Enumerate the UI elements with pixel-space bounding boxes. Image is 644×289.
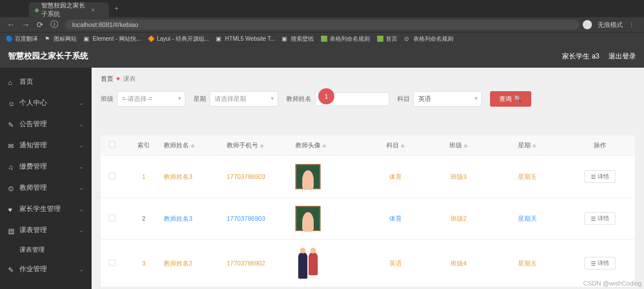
logout-link[interactable]: 退出登录 [609,52,636,61]
chevron-down-icon: ⌄ [79,206,84,212]
detail-button[interactable]: ☰ 详情 [584,170,615,183]
forward-icon[interactable]: → [18,20,33,29]
cell-index: 3 [124,260,164,267]
filter-teacher-label: 教师姓名 [286,95,311,103]
info-icon[interactable]: ⓘ [47,19,62,30]
th-avatar: 教师头像◆ [295,141,364,150]
bookmark-item[interactable]: 🔵百度翻译 [6,35,38,43]
menu-icon: ⌂ [8,79,15,85]
filter-week-select[interactable]: 请选择星期 [210,91,278,107]
th-class: 班级◆ [427,141,490,150]
cell-avatar [295,164,364,189]
bookmark-item[interactable]: 🔶Layui - 经典开源组... [148,35,209,43]
bookmark-icon: 🟩 [377,36,384,42]
select-all-checkbox[interactable] [109,141,116,148]
cell-week: 星期五 [490,259,564,268]
cell-class: 班级4 [427,259,490,268]
bookmark-icon: ⊙ [404,36,411,42]
sidebar-item[interactable]: ♥家长学生管理⌄ [0,198,92,220]
detail-button[interactable]: ☰ 详情 [584,212,615,225]
menu-icon: ☺ [8,100,15,107]
reload-icon[interactable]: ⟳ [33,20,47,29]
new-tab-button[interactable]: + [110,2,123,17]
breadcrumb: 首页 ♥ 课表 [101,75,635,83]
menu-icon: ▤ [8,227,15,234]
back-icon[interactable]: ← [3,20,18,29]
sidebar-subitem[interactable]: 课表管理 [0,241,92,259]
profile-avatar[interactable] [583,20,592,29]
filter-bar: 班级 =-请选择-= 星期 请选择星期 教师姓名 科目 英语 查询 🔍 [101,91,635,107]
cell-operation: ☰ 详情 [564,257,635,270]
table-row: 3 教师姓名2 17703786902 英语 班级4 星期五 ☰ 详情 [101,240,635,287]
bookmark-item[interactable]: 🟩首页 [377,35,397,43]
teacher-avatar [295,164,321,189]
cell-avatar [295,206,364,231]
sidebar-item[interactable]: ⊙教师管理⌄ [0,177,92,198]
th-teacher-name: 教师姓名◆ [164,141,227,150]
cell-avatar [295,248,364,279]
filter-subject-select[interactable]: 英语 [413,91,482,107]
row-checkbox[interactable] [109,173,116,179]
row-checkbox[interactable] [109,214,116,221]
sidebar-item[interactable]: ✎作业管理⌄ [0,259,92,280]
sidebar-item[interactable]: ⌂首页 [0,71,92,92]
cell-phone: 17703786903 [227,215,295,222]
cell-week: 星期五 [490,173,564,181]
sidebar-item[interactable]: ☺个人中心⌄ [0,92,92,114]
data-table: 索引 教师姓名◆ 教师手机号◆ 教师头像◆ 科目◆ 班级◆ 星期◆ 操作 1 教… [101,135,635,287]
teacher-avatar [295,248,321,279]
teacher-avatar [295,206,321,231]
th-index: 索引 [124,141,164,150]
browser-tab-active[interactable]: ◆ 智慧校园之家长子系统 × [29,2,109,17]
chevron-down-icon: ⌄ [79,185,84,191]
sidebar-item[interactable]: ▤课表管理⌄ [0,220,92,241]
url-input[interactable]: localhost:8081/#/kebiao [65,19,579,30]
browser-menu-icon[interactable]: ⋮ [629,21,635,29]
th-week: 星期◆ [490,141,564,150]
cell-subject: 体育 [364,173,427,181]
app-title: 智慧校园之家长子系统 [8,51,88,61]
menu-icon: ✎ [8,266,15,273]
cell-index: 1 [124,173,164,180]
cell-week: 星期天 [490,214,564,223]
cell-index: 2 [124,215,164,222]
bookmark-icon: ▣ [84,36,90,42]
bookmark-item[interactable]: ▣Element - 网站快... [84,35,141,43]
breadcrumb-home[interactable]: 首页 [101,75,113,82]
tab-favicon: ◆ [34,6,39,14]
search-icon: 🔍 [514,95,522,103]
cell-phone: 17703786903 [227,173,295,180]
bookmark-item[interactable]: ▣HTML5 Website T... [216,36,275,42]
chevron-down-icon: ⌄ [79,121,84,127]
breadcrumb-current: 课表 [123,75,136,82]
sidebar-item[interactable]: ♫缴费管理⌄ [0,156,92,177]
cell-teacher-name: 教师姓名2 [164,259,227,268]
cell-subject: 英语 [364,259,427,268]
tab-title: 智慧校园之家长子系统 [41,1,87,18]
filter-class-select[interactable]: =-请选择-= [117,91,185,107]
profile-label: 无痕模式 [598,21,623,29]
search-button[interactable]: 查询 🔍 [490,91,531,107]
bookmark-item[interactable]: ▣搜索壁纸 [282,35,314,43]
cell-operation: ☰ 详情 [564,212,635,225]
table-body: 1 教师姓名3 17703786903 体育 班级3 星期五 ☰ 详情 2 教师… [101,156,635,287]
row-checkbox[interactable] [109,259,116,266]
list-icon: ☰ [591,260,596,267]
menu-icon: ♫ [8,163,15,170]
sidebar-item[interactable]: ✉通知管理⌄ [0,135,92,156]
chevron-down-icon: ⌄ [79,227,84,233]
detail-button[interactable]: ☰ 详情 [584,257,615,270]
tab-close-icon[interactable]: × [92,6,95,13]
heart-icon: ♥ [116,75,120,82]
bookmark-item[interactable]: ⚑图标网站 [45,35,77,43]
sidebar-item[interactable]: ✎公告管理⌄ [0,114,92,135]
bookmark-item[interactable]: ⊙表格列命名规则 [404,35,453,43]
table-header: 索引 教师姓名◆ 教师手机号◆ 教师头像◆ 科目◆ 班级◆ 星期◆ 操作 [101,135,635,156]
cell-subject: 体育 [364,214,427,223]
cell-phone: 17703786902 [227,260,295,267]
header-user[interactable]: 家长学生 a3 [562,52,599,61]
th-subject: 科目◆ [364,141,427,150]
bookmark-item[interactable]: 🟩表格列命名规则 [321,35,370,43]
list-icon: ☰ [591,174,596,180]
chevron-down-icon: ⌄ [79,142,84,149]
